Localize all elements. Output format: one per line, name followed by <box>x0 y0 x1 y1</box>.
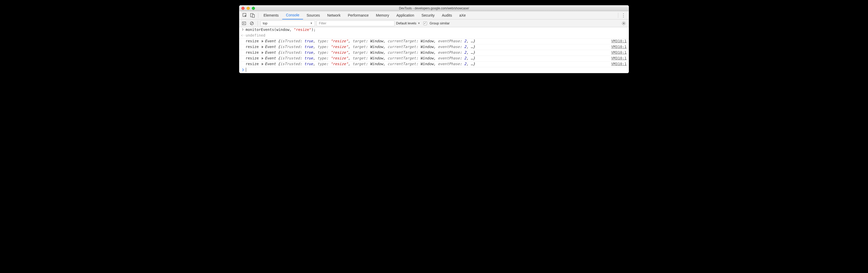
tab-memory[interactable]: Memory <box>372 11 393 20</box>
console-prompt-input[interactable] <box>246 67 627 72</box>
tab-sources[interactable]: Sources <box>303 11 323 20</box>
console-settings-icon[interactable] <box>620 21 627 26</box>
log-levels-label: Default levels <box>396 21 416 25</box>
separator <box>618 13 618 18</box>
console-event-row: resize Event {isTrusted: true, type: "re… <box>239 50 629 56</box>
minimize-window-button[interactable] <box>247 7 250 10</box>
log-levels-dropdown[interactable]: Default levels ▼ <box>396 21 420 25</box>
console-event-row: resize Event {isTrusted: true, type: "re… <box>239 56 629 62</box>
clear-console-icon[interactable] <box>249 20 255 27</box>
tab-performance[interactable]: Performance <box>344 11 372 20</box>
source-link[interactable]: VM310:1 <box>611 50 627 55</box>
expand-object-icon[interactable] <box>262 63 264 65</box>
tab-application[interactable]: Application <box>393 11 418 20</box>
separator <box>258 13 258 18</box>
tab-elements[interactable]: Elements <box>260 11 282 20</box>
source-link[interactable]: VM310:1 <box>611 56 627 60</box>
separator <box>257 21 258 26</box>
window-title: DevTools - developers.google.com/web/sho… <box>399 6 469 10</box>
console-output-line: <· undefined <box>239 33 629 39</box>
device-toolbar-icon[interactable] <box>249 11 256 20</box>
source-link[interactable]: VM310:1 <box>611 45 627 49</box>
event-summary[interactable]: resize Event {isTrusted: true, type: "re… <box>246 45 611 49</box>
console-body: ❯ monitorEvents(window, "resize"); <· un… <box>239 27 629 73</box>
svg-line-5 <box>251 22 253 24</box>
console-output-value: undefined <box>246 33 627 37</box>
group-similar-label: Group similar <box>430 21 450 25</box>
console-event-row: resize Event {isTrusted: true, type: "re… <box>239 44 629 50</box>
tab-security[interactable]: Security <box>418 11 438 20</box>
tab-network[interactable]: Network <box>323 11 344 20</box>
toggle-console-sidebar-icon[interactable] <box>241 20 247 27</box>
tab-audits[interactable]: Audits <box>438 11 456 20</box>
close-window-button[interactable] <box>241 7 245 10</box>
traffic-lights <box>241 7 255 10</box>
expand-object-icon[interactable] <box>262 52 264 54</box>
tab-axe[interactable]: aXe <box>456 11 469 20</box>
inspect-element-icon[interactable] <box>241 11 249 20</box>
context-selector[interactable]: top ▼ <box>260 21 315 26</box>
input-chevron-icon: ❯ <box>242 28 244 31</box>
dropdown-triangle-icon: ▼ <box>310 22 313 25</box>
expand-object-icon[interactable] <box>262 57 264 60</box>
svg-rect-2 <box>252 14 254 18</box>
console-input-echo: ❯ monitorEvents(window, "resize"); <box>239 27 629 33</box>
console-event-row: resize Event {isTrusted: true, type: "re… <box>239 39 629 44</box>
devtools-window: DevTools - developers.google.com/web/sho… <box>239 5 629 73</box>
output-arrow-icon: <· <box>241 33 245 37</box>
console-input-text: monitorEvents(window, "resize"); <box>246 28 627 32</box>
event-summary[interactable]: resize Event {isTrusted: true, type: "re… <box>246 62 611 66</box>
expand-object-icon[interactable] <box>262 46 264 48</box>
titlebar: DevTools - developers.google.com/web/sho… <box>239 5 629 11</box>
svg-point-6 <box>623 23 624 24</box>
event-summary[interactable]: resize Event {isTrusted: true, type: "re… <box>246 50 611 55</box>
more-options-icon[interactable]: ⋮ <box>620 12 627 18</box>
console-event-row: resize Event {isTrusted: true, type: "re… <box>239 62 629 67</box>
prompt-chevron-icon: ❯ <box>242 67 244 72</box>
expand-object-icon[interactable] <box>262 40 264 42</box>
source-link[interactable]: VM310:1 <box>611 62 627 66</box>
event-summary[interactable]: resize Event {isTrusted: true, type: "re… <box>246 39 611 43</box>
source-link[interactable]: VM310:1 <box>611 39 627 43</box>
group-similar-checkbox[interactable]: ✓ <box>423 22 427 25</box>
zoom-window-button[interactable] <box>252 7 255 10</box>
filter-input[interactable] <box>316 21 395 26</box>
event-summary[interactable]: resize Event {isTrusted: true, type: "re… <box>246 56 611 60</box>
console-prompt-row[interactable]: ❯ <box>239 67 629 73</box>
context-selector-value: top <box>263 21 268 25</box>
dropdown-triangle-icon: ▼ <box>417 22 420 25</box>
tab-console[interactable]: Console <box>282 11 303 20</box>
console-toolbar: top ▼ Default levels ▼ ✓ Group similar <box>239 20 629 27</box>
devtools-tabbar: ElementsConsoleSourcesNetworkPerformance… <box>239 11 629 20</box>
